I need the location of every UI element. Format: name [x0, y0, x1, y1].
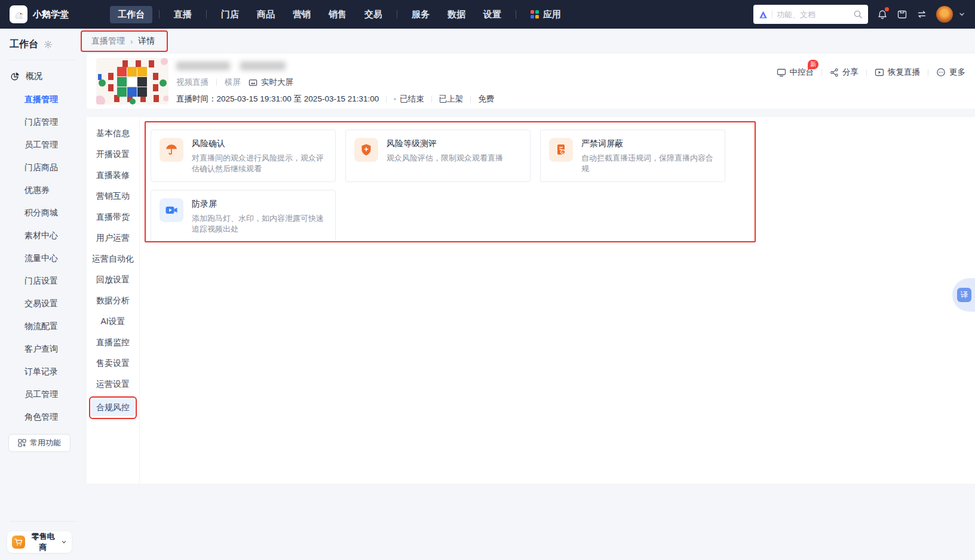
tab-compliance-risk[interactable]: 合规风控 — [91, 399, 134, 416]
notification-bell-icon[interactable] — [877, 9, 888, 20]
search-input[interactable] — [777, 10, 849, 19]
tab-sales-settings[interactable]: 售卖设置 — [87, 353, 139, 374]
card-desc: 观众风险评估，限制观众观看直播 — [387, 153, 503, 164]
chevron-down-icon[interactable] — [958, 11, 965, 18]
avatar[interactable] — [936, 6, 953, 23]
tab-broadcast-settings[interactable]: 开播设置 — [87, 144, 139, 165]
breadcrumb-separator: › — [130, 37, 133, 46]
nav-divider — [206, 10, 207, 19]
sidebar-item-store-goods[interactable]: 门店商品 — [0, 156, 87, 179]
sidebar-title: 工作台 — [10, 38, 38, 51]
search-box[interactable] — [753, 5, 868, 24]
nav-item-marketing[interactable]: 营销 — [285, 6, 318, 23]
meta-divider — [431, 96, 432, 103]
console-button[interactable]: 中控台 新 — [777, 67, 814, 78]
breadcrumb-live-management[interactable]: 直播管理 — [91, 36, 125, 47]
card-risk-level-test[interactable]: 风险等级测评 观众风险评估，限制观众观看直播 — [345, 130, 531, 182]
nav-item-apps[interactable]: 应用 — [523, 6, 569, 23]
sidebar-item-material-center[interactable]: 素材中心 — [0, 224, 87, 247]
nav-item-store[interactable]: 门店 — [213, 6, 247, 23]
sidebar-item-logistics-config[interactable]: 物流配置 — [0, 315, 87, 337]
tab-replay-settings[interactable]: 回放设置 — [87, 269, 139, 290]
action-divider — [866, 69, 867, 76]
sidebar-item-order-records[interactable]: 订单记录 — [0, 360, 87, 383]
search-divider — [772, 10, 772, 19]
grid-plus-icon — [18, 439, 26, 447]
nav-item-live[interactable]: 直播 — [166, 6, 200, 23]
nav-item-trade[interactable]: 交易 — [357, 6, 390, 23]
tab-operation-settings[interactable]: 运营设置 — [87, 374, 139, 395]
notification-dot — [885, 7, 889, 11]
tab-marketing-interaction[interactable]: 营销互动 — [87, 186, 139, 207]
status-ended: 已结束 — [394, 94, 424, 104]
action-divider — [821, 69, 822, 76]
compliance-content: 风险确认 对直播间的观众进行风险提示，观众评估确认然后继续观看 风险等级测评 — [140, 117, 975, 484]
sidebar-item-customer-query[interactable]: 客户查询 — [0, 337, 87, 360]
tab-ai-settings[interactable]: AI设置 — [87, 311, 139, 332]
main-area: 直播管理 › 详情 — [87, 29, 975, 560]
sidebar-item-points-mall[interactable]: 积分商城 — [0, 201, 87, 224]
resume-live-icon — [875, 67, 884, 77]
card-title: 防录屏 — [192, 199, 327, 210]
more-button[interactable]: 更多 — [936, 67, 965, 78]
tab-live-decoration[interactable]: 直播装修 — [87, 165, 139, 186]
header-actions: 中控台 新 分享 — [777, 58, 966, 104]
workspace-icon[interactable] — [897, 9, 907, 20]
umbrella-icon — [160, 138, 183, 162]
status-listed: 已上架 — [439, 94, 464, 104]
nav-divider — [159, 10, 160, 19]
share-button[interactable]: 分享 — [830, 67, 859, 78]
sidebar-item-overview[interactable]: 概况 — [0, 65, 87, 88]
sidebar-item-store-settings[interactable]: 门店设置 — [0, 269, 87, 292]
store-switcher-label: 零售电商 — [29, 531, 57, 553]
realtime-big-screen-link[interactable]: 实时大屏 — [249, 77, 293, 88]
translate-button[interactable]: 译 — [957, 288, 971, 302]
tab-operation-automation[interactable]: 运营自动化 — [87, 248, 139, 269]
screen-record-icon — [160, 198, 183, 222]
nav-divider — [516, 10, 516, 19]
main-nav: 工作台 直播 门店 商品 营销 销售 交易 服务 数据 设置 应用 — [110, 6, 569, 23]
card-title: 风险确认 — [192, 139, 327, 149]
chevron-down-icon — [61, 539, 67, 545]
switch-arrows-icon[interactable] — [916, 9, 927, 20]
nav-item-settings[interactable]: 设置 — [476, 6, 509, 23]
sidebar-item-traffic-center[interactable]: 流量中心 — [0, 247, 87, 269]
card-screen-record-protect[interactable]: 防录屏 添加跑马灯、水印，如内容泄露可快速追踪视频出处 — [151, 190, 336, 242]
sidebar-item-role-management[interactable]: 角色管理 — [0, 405, 87, 428]
nav-item-workbench[interactable]: 工作台 — [110, 6, 152, 23]
tab-basic-info[interactable]: 基本信息 — [87, 123, 139, 144]
store-switcher[interactable]: 零售电商 — [7, 531, 72, 553]
sidebar-item-staff-management-2[interactable]: 员工管理 — [0, 383, 87, 405]
tab-live-monitor[interactable]: 直播监控 — [87, 332, 139, 353]
active-tab-annotation: 合规风控 — [89, 396, 137, 419]
navbar-right — [753, 5, 965, 24]
sidebar: 工作台 概况 直播管理 门店管理 员工管理 门店商品 优惠券 积分商城 素材中心… — [0, 29, 87, 560]
nav-item-service[interactable]: 服务 — [404, 6, 437, 23]
card-banned-words[interactable]: 严禁词屏蔽 自动拦截直播违规词，保障直播内容合规 — [540, 130, 725, 182]
sidebar-list: 直播管理 门店管理 员工管理 门店商品 优惠券 积分商城 素材中心 流量中心 门… — [0, 88, 87, 428]
gear-icon[interactable] — [44, 40, 53, 49]
apps-grid-icon — [531, 10, 539, 19]
nav-item-data[interactable]: 数据 — [440, 6, 473, 23]
share-icon — [830, 68, 839, 77]
status-free: 免费 — [478, 94, 494, 104]
monitor-icon — [777, 67, 786, 77]
sidebar-item-live-management[interactable]: 直播管理 — [0, 88, 87, 110]
nav-item-sales[interactable]: 销售 — [321, 6, 354, 23]
sidebar-divider — [10, 60, 77, 60]
sidebar-item-trade-settings[interactable]: 交易设置 — [0, 292, 87, 315]
search-icon[interactable] — [853, 10, 863, 19]
tab-data-analysis[interactable]: 数据分析 — [87, 290, 139, 311]
tab-user-operation[interactable]: 用户运营 — [87, 227, 139, 248]
sidebar-item-staff-management[interactable]: 员工管理 — [0, 133, 87, 156]
banned-words-icon — [549, 138, 573, 162]
resume-live-button[interactable]: 恢复直播 — [875, 67, 920, 78]
detail-submenu: 基本信息 开播设置 直播装修 营销互动 直播带货 用户运营 运营自动化 回放设置… — [87, 117, 140, 484]
common-functions-button[interactable]: 常用功能 — [8, 434, 70, 452]
card-risk-confirm[interactable]: 风险确认 对直播间的观众进行风险提示，观众评估确认然后继续观看 — [151, 130, 336, 182]
tab-live-commerce[interactable]: 直播带货 — [87, 207, 139, 227]
nav-item-goods[interactable]: 商品 — [249, 6, 283, 23]
top-navbar: 小鹅学堂 工作台 直播 门店 商品 营销 销售 交易 服务 数据 设置 应用 — [0, 0, 975, 29]
sidebar-item-coupons[interactable]: 优惠券 — [0, 179, 87, 201]
sidebar-item-store-management[interactable]: 门店管理 — [0, 110, 87, 133]
